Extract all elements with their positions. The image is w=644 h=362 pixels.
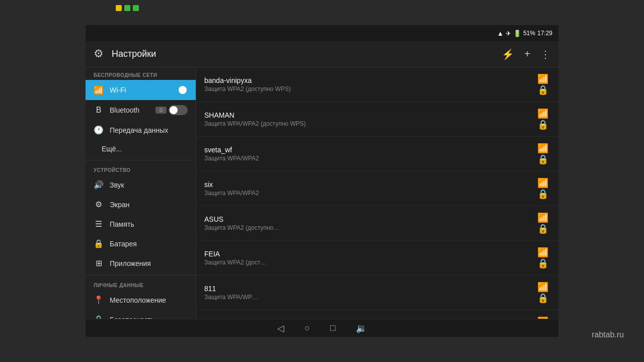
network-item-6[interactable]: 811 Защита WPA/WP… 📶🔒 xyxy=(196,276,558,310)
volume-icon[interactable]: 🔉 xyxy=(356,323,367,334)
wifi-signal-icon-6: 📶🔒 xyxy=(535,282,550,304)
network-info-2: sveta_wf Защита WPA/WPA2 xyxy=(204,146,535,162)
apps-label: Приложения xyxy=(110,259,188,267)
sidebar-item-battery[interactable]: 🔒 Батарея xyxy=(86,234,196,253)
bt-toggle-knob xyxy=(170,106,178,114)
network-security-6: Защита WPA/WP… xyxy=(204,294,535,301)
status-airplane-icon: ✈ xyxy=(506,30,511,37)
network-security-5: Защита WPA2 (дост… xyxy=(204,259,535,266)
memory-icon: ☰ xyxy=(94,219,104,229)
bt-badge-area: 0 xyxy=(155,105,188,115)
network-security-2: Защита WPA/WPA2 xyxy=(204,155,535,162)
sound-label: Звук xyxy=(110,181,188,189)
network-security-4: Защита WPA2 (доступно… xyxy=(204,224,535,231)
network-name-2: sveta_wf xyxy=(204,146,535,154)
back-icon[interactable]: ◁ xyxy=(277,323,284,334)
bluetooth-toggle[interactable] xyxy=(169,105,188,115)
network-name-1: SHAMAN xyxy=(204,111,535,119)
wifi-toggle-knob xyxy=(179,86,187,94)
more-button[interactable]: ⋮ xyxy=(540,48,550,60)
data-label: Передача данных xyxy=(110,126,188,134)
title-bar-right: ⚡ + ⋮ xyxy=(502,48,550,60)
memory-label: Память xyxy=(110,220,188,228)
wifi-toggle[interactable] xyxy=(169,85,188,95)
screen-label: Экран xyxy=(110,201,188,209)
bt-badge: 0 xyxy=(155,107,167,114)
network-item-1[interactable]: SHAMAN Защита WPA/WPA2 (доступно WPS) 📶🔒 xyxy=(196,102,558,137)
location-label: Местоположение xyxy=(110,296,188,304)
divider-2 xyxy=(86,275,196,276)
add-button[interactable]: + xyxy=(524,48,530,60)
watermark: rabtab.ru xyxy=(592,330,624,339)
sidebar: БЕСПРОВОДНЫЕ СЕТИ 📶 Wi-Fi B Bluetooth xyxy=(86,67,196,319)
network-name-6: 811 xyxy=(204,285,535,293)
sidebar-item-apps[interactable]: ⊞ Приложения xyxy=(86,253,196,273)
sidebar-item-memory[interactable]: ☰ Память xyxy=(86,214,196,234)
home-icon[interactable]: ○ xyxy=(304,323,310,333)
sidebar-item-sound[interactable]: 🔊 Звук xyxy=(86,175,196,195)
wifi-signal-icon-1: 📶🔒 xyxy=(535,108,550,130)
wifi-toggle-area xyxy=(169,85,188,95)
status-bar: ▲ ✈ 🔋 51% 17:29 xyxy=(86,25,558,41)
screen: ▲ ✈ 🔋 51% 17:29 ⚙ Настройки ⚡ + ⋮ xyxy=(86,25,558,337)
status-battery-icon: 🔋 xyxy=(513,30,521,37)
section-label-device: УСТРОЙСТВО xyxy=(86,162,196,175)
wifi-signal-icon-4: 📶🔒 xyxy=(535,212,550,234)
sidebar-item-location[interactable]: 📍 Местоположение xyxy=(86,290,196,310)
settings-gear-icon: ⚙ xyxy=(94,47,108,61)
wifi-signal-icon-0: 📶🔒 xyxy=(535,73,550,96)
bluetooth-label: Bluetooth xyxy=(110,106,149,114)
sidebar-item-security[interactable]: 🔒 Безопасность xyxy=(86,310,196,319)
sidebar-item-wifi[interactable]: 📶 Wi-Fi xyxy=(86,80,196,100)
win-btn-green1[interactable] xyxy=(124,5,130,11)
more-label: Ещё... xyxy=(102,145,188,153)
network-name-5: FEIA xyxy=(204,250,535,258)
network-item-0[interactable]: banda-vinipyxa Защита WPA2 (доступно WPS… xyxy=(196,67,558,102)
divider-1 xyxy=(86,160,196,160)
bluetooth-icon: B xyxy=(94,106,104,115)
window-buttons xyxy=(116,5,139,11)
network-name-0: banda-vinipyxa xyxy=(204,76,535,84)
apps-icon: ⊞ xyxy=(94,258,104,268)
section-label-personal: ЛИЧНЫЕ ДАННЫЕ xyxy=(86,278,196,290)
lightning-icon[interactable]: ⚡ xyxy=(502,48,514,60)
network-name-3: six xyxy=(204,180,535,189)
network-item-4[interactable]: ASUS Защита WPA2 (доступно… 📶🔒 xyxy=(196,206,558,241)
network-security-3: Защита WPA/WPA2 xyxy=(204,190,535,197)
network-name-4: ASUS xyxy=(204,215,535,223)
win-btn-yellow[interactable] xyxy=(116,5,122,11)
battery-label: Батарея xyxy=(110,240,188,248)
main-content: БЕСПРОВОДНЫЕ СЕТИ 📶 Wi-Fi B Bluetooth xyxy=(86,67,558,319)
data-icon: 🕐 xyxy=(94,125,104,135)
wifi-signal-icon-3: 📶🔒 xyxy=(535,177,550,200)
network-info-6: 811 Защита WPA/WP… xyxy=(204,285,535,301)
network-info-5: FEIA Защита WPA2 (дост… xyxy=(204,250,535,266)
status-time: 17:29 xyxy=(537,30,552,37)
security-label: Безопасность xyxy=(110,316,188,319)
status-wifi-icon: ▲ xyxy=(497,30,504,37)
network-security-1: Защита WPA/WPA2 (доступно WPS) xyxy=(204,120,535,127)
network-info-0: banda-vinipyxa Защита WPA2 (доступно WPS… xyxy=(204,76,535,93)
win-btn-green2[interactable] xyxy=(133,5,139,11)
tablet-frame: ▲ ✈ 🔋 51% 17:29 ⚙ Настройки ⚡ + ⋮ xyxy=(0,0,644,362)
wifi-panel: banda-vinipyxa Защита WPA2 (доступно WPS… xyxy=(196,67,558,319)
sidebar-item-bluetooth[interactable]: B Bluetooth 0 xyxy=(86,100,196,120)
wifi-signal-icon-5: 📶🔒 xyxy=(535,247,550,269)
sidebar-item-data[interactable]: 🕐 Передача данных xyxy=(86,120,196,140)
security-icon: 🔒 xyxy=(94,315,104,319)
network-item-5[interactable]: FEIA Защита WPA2 (дост… 📶🔒 xyxy=(196,241,558,276)
title-bar-left: ⚙ Настройки xyxy=(94,47,502,61)
sidebar-item-screen[interactable]: ⚙ Экран xyxy=(86,195,196,214)
network-item-7[interactable]: T… S… 📶🔒 xyxy=(196,310,558,319)
network-item-3[interactable]: six Защита WPA/WPA2 📶🔒 xyxy=(196,171,558,206)
wifi-signal-icon-2: 📶🔒 xyxy=(535,143,550,165)
sidebar-item-more[interactable]: Ещё... xyxy=(86,140,196,158)
network-info-4: ASUS Защита WPA2 (доступно… xyxy=(204,215,535,231)
bottom-bar: ◁ ○ □ 🔉 xyxy=(86,319,558,337)
status-icons: ▲ ✈ 🔋 51% 17:29 xyxy=(497,30,552,37)
network-item-2[interactable]: sveta_wf Защита WPA/WPA2 📶🔒 xyxy=(196,137,558,171)
wifi-signal-icon-7: 📶🔒 xyxy=(535,316,550,319)
title-bar: ⚙ Настройки ⚡ + ⋮ xyxy=(86,41,558,67)
sound-icon: 🔊 xyxy=(94,180,104,190)
recents-icon[interactable]: □ xyxy=(330,323,336,333)
